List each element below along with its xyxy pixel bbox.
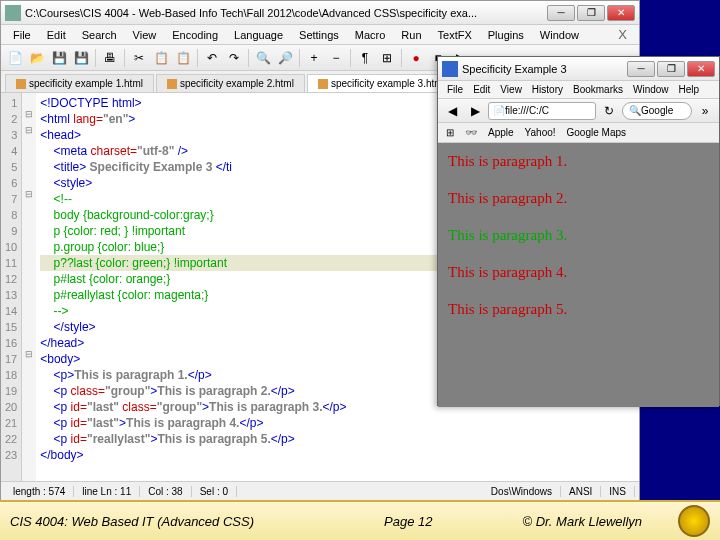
print-icon[interactable]: 🖶 [100, 48, 120, 68]
menu-icon[interactable]: » [695, 101, 715, 121]
bookmark-yahoo[interactable]: Yahoo! [521, 126, 560, 139]
save-all-icon[interactable]: 💾 [71, 48, 91, 68]
status-length: length : 574 [5, 486, 74, 497]
browser-window: Specificity Example 3 ─ ❐ ✕ File Edit Vi… [437, 56, 720, 406]
editor-statusbar: length : 574 line Ln : 11 Col : 38 Sel :… [1, 481, 639, 501]
url-input[interactable]: 📄 file:///C:/C [488, 102, 596, 120]
show-chars-icon[interactable]: ⊞ [377, 48, 397, 68]
paragraph-4: This is paragraph 4. [448, 264, 709, 281]
status-encoding: ANSI [561, 486, 601, 497]
zoom-out-icon[interactable]: − [326, 48, 346, 68]
status-line: line Ln : 11 [74, 486, 140, 497]
bmenu-file[interactable]: File [442, 83, 468, 96]
status-insert: INS [601, 486, 635, 497]
bmenu-edit[interactable]: Edit [468, 83, 495, 96]
browser-viewport: This is paragraph 1. This is paragraph 2… [438, 143, 719, 407]
file-icon [167, 79, 177, 89]
tab-2[interactable]: specificity example 2.html [156, 74, 305, 92]
app-icon [5, 5, 21, 21]
bmenu-help[interactable]: Help [674, 83, 705, 96]
menu-language[interactable]: Language [226, 27, 291, 43]
open-file-icon[interactable]: 📂 [27, 48, 47, 68]
editor-titlebar[interactable]: C:\Courses\CIS 4004 - Web-Based Info Tec… [1, 1, 639, 25]
paragraph-3: This is paragraph 3. [448, 227, 709, 244]
line-numbers: 1234567891011121314151617181920212223 [1, 93, 22, 481]
sidebar-icon[interactable]: ⊞ [442, 126, 458, 139]
browser-minimize-button[interactable]: ─ [627, 61, 655, 77]
save-icon[interactable]: 💾 [49, 48, 69, 68]
menu-edit[interactable]: Edit [39, 27, 74, 43]
paragraph-2: This is paragraph 2. [448, 190, 709, 207]
browser-app-icon [442, 61, 458, 77]
maximize-button[interactable]: ❐ [577, 5, 605, 21]
course-label: CIS 4004: Web Based IT (Advanced CSS) [10, 514, 254, 529]
record-macro-icon[interactable]: ● [406, 48, 426, 68]
menu-macro[interactable]: Macro [347, 27, 394, 43]
browser-title: Specificity Example 3 [462, 63, 627, 75]
back-icon[interactable]: ◀ [442, 101, 462, 121]
paragraph-5: This is paragraph 5. [448, 301, 709, 318]
reload-icon[interactable]: ↻ [599, 101, 619, 121]
file-icon [318, 79, 328, 89]
menu-search[interactable]: Search [74, 27, 125, 43]
copy-icon[interactable]: 📋 [151, 48, 171, 68]
menu-file[interactable]: File [5, 27, 39, 43]
bmenu-view[interactable]: View [495, 83, 527, 96]
fold-gutter[interactable]: ⊟⊟⊟⊟ [22, 93, 36, 481]
zoom-in-icon[interactable]: + [304, 48, 324, 68]
status-eol: Dos\Windows [483, 486, 561, 497]
bookmark-apple[interactable]: Apple [484, 126, 518, 139]
redo-icon[interactable]: ↷ [224, 48, 244, 68]
bookmark-gmaps[interactable]: Google Maps [563, 126, 630, 139]
menu-settings[interactable]: Settings [291, 27, 347, 43]
window-title: C:\Courses\CIS 4004 - Web-Based Info Tec… [25, 7, 547, 19]
menu-textfx[interactable]: TextFX [430, 27, 480, 43]
status-col: Col : 38 [140, 486, 191, 497]
undo-icon[interactable]: ↶ [202, 48, 222, 68]
close-button[interactable]: ✕ [607, 5, 635, 21]
cut-icon[interactable]: ✂ [129, 48, 149, 68]
readinglist-icon[interactable]: 👓 [461, 126, 481, 139]
browser-titlebar[interactable]: Specificity Example 3 ─ ❐ ✕ [438, 57, 719, 81]
menu-run[interactable]: Run [393, 27, 429, 43]
browser-maximize-button[interactable]: ❐ [657, 61, 685, 77]
search-input[interactable]: 🔍Google [622, 102, 692, 120]
wordwrap-icon[interactable]: ¶ [355, 48, 375, 68]
browser-toolbar: ◀ ▶ 📄 file:///C:/C ↻ 🔍Google » [438, 99, 719, 123]
forward-icon[interactable]: ▶ [465, 101, 485, 121]
paragraph-1: This is paragraph 1. [448, 153, 709, 170]
replace-icon[interactable]: 🔎 [275, 48, 295, 68]
doc-close-icon[interactable]: X [610, 25, 635, 44]
find-icon[interactable]: 🔍 [253, 48, 273, 68]
browser-close-button[interactable]: ✕ [687, 61, 715, 77]
status-sel: Sel : 0 [192, 486, 237, 497]
paste-icon[interactable]: 📋 [173, 48, 193, 68]
new-file-icon[interactable]: 📄 [5, 48, 25, 68]
bmenu-window[interactable]: Window [628, 83, 674, 96]
bookmarks-bar: ⊞ 👓 Apple Yahoo! Google Maps [438, 123, 719, 143]
menu-plugins[interactable]: Plugins [480, 27, 532, 43]
slide-footer: CIS 4004: Web Based IT (Advanced CSS) Pa… [0, 500, 720, 540]
minimize-button[interactable]: ─ [547, 5, 575, 21]
tab-1[interactable]: specificity example 1.html [5, 74, 154, 92]
copyright-label: © Dr. Mark Llewellyn [522, 514, 642, 529]
page-number: Page 12 [384, 514, 432, 529]
tab-3[interactable]: specificity example 3.html [307, 74, 456, 92]
menu-encoding[interactable]: Encoding [164, 27, 226, 43]
university-logo-icon [678, 505, 710, 537]
editor-menubar: File Edit Search View Encoding Language … [1, 25, 639, 45]
menu-view[interactable]: View [125, 27, 165, 43]
file-icon [16, 79, 26, 89]
browser-menubar: File Edit View History Bookmarks Window … [438, 81, 719, 99]
bmenu-bookmarks[interactable]: Bookmarks [568, 83, 628, 96]
bmenu-history[interactable]: History [527, 83, 568, 96]
menu-window[interactable]: Window [532, 27, 587, 43]
